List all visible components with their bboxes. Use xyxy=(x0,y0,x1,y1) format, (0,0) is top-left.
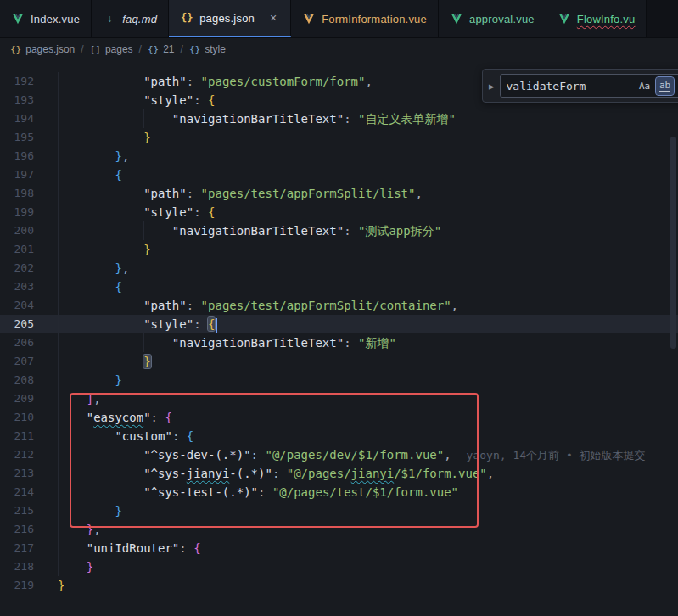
vue-icon xyxy=(558,12,571,25)
line-text: "navigationBarTitleText": "新增" xyxy=(58,333,396,352)
code-editor[interactable]: 192 "path": "pages/customForm/form",193 … xyxy=(0,60,678,616)
code-line-194[interactable]: 194 "navigationBarTitleText": "自定义表单新增" xyxy=(0,109,678,128)
breadcrumb-label: pages xyxy=(105,43,133,55)
line-text: "style": { xyxy=(58,203,215,221)
whole-word-icon: ab xyxy=(659,80,670,92)
code-line-198[interactable]: 198 "path": "pages/test/appFormSplit/lis… xyxy=(0,184,678,203)
line-text: "path": "pages/customForm/form", xyxy=(58,72,373,91)
line-number: 200 xyxy=(0,221,34,240)
close-icon[interactable]: × xyxy=(267,11,279,25)
line-text: } xyxy=(58,352,151,371)
code-line-212[interactable]: 212 "^sys-dev-(.*)": "@/pages/dev/$1/for… xyxy=(0,445,678,464)
find-query-text[interactable]: validateForm xyxy=(507,80,632,92)
code-line-197[interactable]: 197 { xyxy=(0,165,678,184)
line-text: }, xyxy=(58,259,129,277)
code-line-214[interactable]: 214 "^sys-test-(.*)": "@/pages/test/$1/f… xyxy=(0,483,678,501)
git-blame-annotation: yaoyn, 14个月前 • 初始版本提交 xyxy=(467,449,646,462)
code-line-215[interactable]: 215 } xyxy=(0,501,678,520)
code-line-195[interactable]: 195 } xyxy=(0,128,678,147)
find-input[interactable]: validateForm Aaab.* xyxy=(500,74,678,98)
json-icon: {} xyxy=(180,11,193,25)
breadcrumb-item-21[interactable]: {}21 xyxy=(148,43,175,55)
scrollbar[interactable] xyxy=(670,60,678,616)
tab-label: faq.md xyxy=(122,13,157,25)
breadcrumb-item-style[interactable]: {}style xyxy=(189,43,226,55)
breadcrumb-label: 21 xyxy=(163,43,174,55)
tab-forminformation-vue[interactable]: FormInformation.vue xyxy=(291,0,439,37)
tab-label: approval.vue xyxy=(469,13,535,25)
tab-index-vue[interactable]: Index.vue xyxy=(0,0,92,37)
match-case-toggle[interactable]: Aa xyxy=(636,77,653,95)
code-line-218[interactable]: 218 } xyxy=(0,557,678,576)
code-line-209[interactable]: 209 ], xyxy=(0,389,678,408)
line-number: 193 xyxy=(0,91,34,109)
line-number: 204 xyxy=(0,296,34,315)
tab-flowinfo-vu[interactable]: FlowInfo.vu xyxy=(546,0,647,37)
line-text: "^sys-dev-(.*)": "@/pages/dev/$1/form.vu… xyxy=(58,445,646,464)
line-number: 203 xyxy=(0,277,34,296)
breadcrumb-label: style xyxy=(205,43,226,55)
line-number: 194 xyxy=(0,109,34,128)
tab-faq-md[interactable]: ↓faq.md xyxy=(92,0,169,37)
code-line-203[interactable]: 203 { xyxy=(0,277,678,296)
whole-word-toggle[interactable]: ab xyxy=(656,77,674,95)
line-number: 216 xyxy=(0,520,34,539)
match-case-icon: Aa xyxy=(639,81,650,92)
code-line-211[interactable]: 211 "custom": { xyxy=(0,427,678,445)
line-text: { xyxy=(58,165,122,184)
code-line-217[interactable]: 217 "uniIdRouter": { xyxy=(0,539,678,557)
code-line-219[interactable]: 219} xyxy=(0,576,678,595)
tab-bar: Index.vue↓faq.md{}pages.json×FormInforma… xyxy=(0,0,678,38)
code-line-206[interactable]: 206 "navigationBarTitleText": "新增" xyxy=(0,333,678,352)
tab-approval-vue[interactable]: approval.vue xyxy=(439,0,546,37)
line-text: "style": { xyxy=(58,315,217,333)
line-number: 215 xyxy=(0,501,34,520)
code-line-208[interactable]: 208 } xyxy=(0,371,678,389)
breadcrumb: {}pages.json/[]pages/{}21/{}style xyxy=(0,38,678,60)
line-text: "style": { xyxy=(58,91,215,109)
line-text: } xyxy=(58,371,122,389)
code-line-213[interactable]: 213 "^sys-jianyi-(.*)": "@/pages/jianyi/… xyxy=(0,464,678,483)
tab-label: FormInformation.vue xyxy=(322,13,427,25)
line-number: 192 xyxy=(0,72,34,91)
scrollbar-thumb[interactable] xyxy=(670,137,676,349)
braces-icon: {} xyxy=(189,43,200,55)
code-line-199[interactable]: 199 "style": { xyxy=(0,203,678,221)
line-number: 201 xyxy=(0,240,34,259)
line-number: 208 xyxy=(0,371,34,389)
line-text: "easycom": { xyxy=(58,408,172,427)
breadcrumb-label: pages.json xyxy=(25,43,75,55)
line-number: 207 xyxy=(0,352,34,371)
code-line-207[interactable]: 207 } xyxy=(0,352,678,371)
line-text: "navigationBarTitleText": "测试app拆分" xyxy=(58,221,441,240)
line-text: } xyxy=(58,128,151,147)
tab-pages-json[interactable]: {}pages.json× xyxy=(169,0,291,37)
line-text: { xyxy=(58,277,122,296)
code-line-201[interactable]: 201 } xyxy=(0,240,678,259)
code-line-202[interactable]: 202 }, xyxy=(0,259,678,277)
code-line-210[interactable]: 210 "easycom": { xyxy=(0,408,678,427)
find-widget: ▸ validateForm Aaab.* xyxy=(482,69,678,103)
line-text: "path": "pages/test/appFormSplit/contain… xyxy=(58,296,458,315)
brackets-icon: [] xyxy=(90,43,101,55)
line-text: "uniIdRouter": { xyxy=(58,539,201,557)
line-text: } xyxy=(58,501,122,520)
line-text: "navigationBarTitleText": "自定义表单新增" xyxy=(58,109,456,128)
breadcrumb-item-pages-json[interactable]: {}pages.json xyxy=(10,43,75,55)
line-text: "^sys-jianyi-(.*)": "@/pages/jianyi/$1/f… xyxy=(58,464,494,483)
code-line-216[interactable]: 216 }, xyxy=(0,520,678,539)
breadcrumb-item-pages[interactable]: []pages xyxy=(90,43,133,55)
chevron-right-icon[interactable]: ▸ xyxy=(489,80,495,92)
line-text: }, xyxy=(58,520,101,539)
code-line-200[interactable]: 200 "navigationBarTitleText": "测试app拆分" xyxy=(0,221,678,240)
line-number: 202 xyxy=(0,259,34,277)
tab-label: Index.vue xyxy=(31,13,80,25)
line-number: 205 xyxy=(0,315,34,333)
code-line-205[interactable]: 205 "style": { xyxy=(0,315,678,333)
breadcrumb-separator: / xyxy=(81,43,83,55)
line-number: 196 xyxy=(0,147,34,165)
code-content[interactable]: 192 "path": "pages/customForm/form",193 … xyxy=(0,60,678,595)
line-number: 212 xyxy=(0,445,34,464)
code-line-204[interactable]: 204 "path": "pages/test/appFormSplit/con… xyxy=(0,296,678,315)
code-line-196[interactable]: 196 }, xyxy=(0,147,678,165)
